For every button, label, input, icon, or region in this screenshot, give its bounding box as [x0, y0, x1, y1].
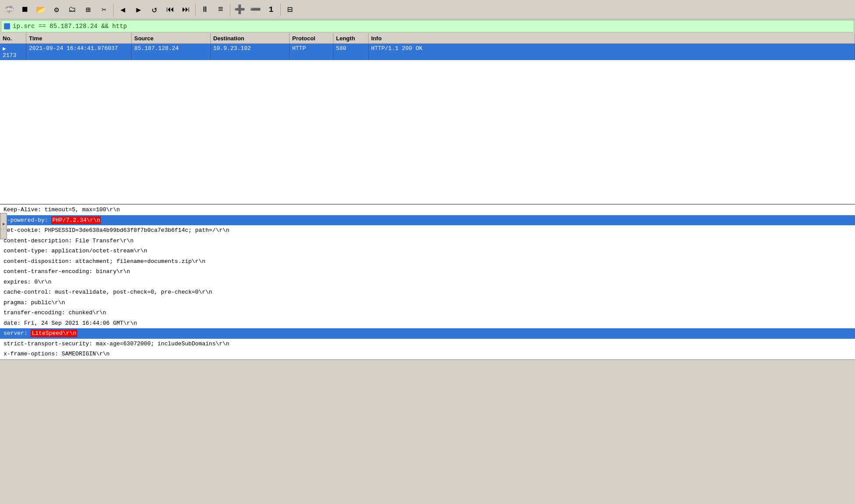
col-time: Time: [26, 33, 132, 43]
detail-line-transfer-encoding[interactable]: transfer-encoding: chunked\r\n: [0, 308, 855, 318]
table-icon[interactable]: ⊞: [81, 2, 96, 17]
toolbar-separator-1: [113, 4, 114, 16]
scissors-icon[interactable]: ✂: [97, 2, 111, 17]
folder-icon[interactable]: 🗂: [65, 2, 80, 17]
main-content: No. Time Source Destination Protocol Len…: [0, 33, 855, 359]
detail-line-xframe[interactable]: x-frame-options: SAMEORIGIN\r\n: [0, 349, 855, 359]
col-source: Source: [132, 33, 211, 43]
logo-icon[interactable]: 🦈: [2, 2, 17, 17]
cell-info: HTTP/1.1 200 OK: [368, 44, 855, 60]
forward-icon[interactable]: ▶: [131, 2, 146, 17]
col-length: Length: [333, 33, 368, 43]
detail-line-content-disp[interactable]: content-disposition: attachment; filenam…: [0, 256, 855, 267]
status-bar: [0, 359, 855, 370]
table-row[interactable]: ▶ 2173 2021-09-24 16:44:41.976037 85.187…: [0, 44, 855, 60]
cell-no: ▶ 2173: [0, 44, 26, 60]
filter-bar: ip.src == 85.187.128.24 && http: [1, 20, 854, 32]
minus-icon[interactable]: ➖: [248, 2, 263, 17]
packet-list-header: No. Time Source Destination Protocol Len…: [0, 33, 855, 44]
first-icon[interactable]: ⏮: [163, 2, 178, 17]
toolbar: 🦈 ⏹ 📂 ⚙ 🗂 ⊞ ✂ ◀ ▶ ↺ ⏮ ⏭ ⏸ ≡ ➕ ➖ 1 ⊟: [0, 0, 855, 19]
detail-line-date[interactable]: date: Fri, 24 Sep 2021 16:44:06 GMT\r\n: [0, 318, 855, 329]
col-no: No.: [0, 33, 26, 43]
cell-protocol: HTTP: [290, 44, 333, 60]
xpoweredby-value: PHP/7.2.34\r\n: [51, 217, 101, 224]
open-file-icon[interactable]: 📂: [33, 2, 48, 17]
detail-line-keepalive[interactable]: Keep-Alive: timeout=5, max=100\r\n: [0, 205, 855, 215]
handle-dots: ···: [0, 227, 7, 231]
row-indicator: ▶: [3, 46, 6, 52]
detail-line-xpoweredby[interactable]: x-powered-by: PHP/7.2.34\r\n: [0, 215, 855, 226]
cell-time: 2021-09-24 16:44:41.976037: [26, 44, 132, 60]
col-protocol: Protocol: [290, 33, 333, 43]
side-panel-handle[interactable]: ▶ ···: [0, 213, 7, 239]
detail-line-cache-control[interactable]: cache-control: must-revalidate, post-che…: [0, 287, 855, 298]
last-icon[interactable]: ⏭: [179, 2, 193, 17]
one-icon[interactable]: 1: [264, 2, 279, 17]
toolbar-separator-4: [280, 4, 281, 16]
detail-line-server[interactable]: server: LiteSpeed\r\n: [0, 328, 855, 339]
detail-panel: Keep-Alive: timeout=5, max=100\r\n x-pow…: [0, 205, 855, 359]
detail-line-content-desc[interactable]: content-description: File Transfer\r\n: [0, 236, 855, 246]
stop-icon[interactable]: ⏹: [18, 2, 32, 17]
detail-line-pragma[interactable]: pragma: public\r\n: [0, 298, 855, 308]
settings-icon[interactable]: ⚙: [49, 2, 64, 17]
toolbar-separator-2: [195, 4, 196, 16]
filter-indicator: [4, 23, 10, 29]
cell-destination: 10.9.23.102: [211, 44, 290, 60]
cell-length: 580: [333, 44, 368, 60]
cell-source: 85.187.128.24: [132, 44, 211, 60]
handle-icon: ▶: [1, 221, 6, 226]
detail-line-sts[interactable]: strict-transport-security: max-age=63072…: [0, 339, 855, 349]
col-info: Info: [368, 33, 855, 43]
server-value: LiteSpeed\r\n: [31, 330, 77, 337]
back-icon[interactable]: ◀: [115, 2, 130, 17]
colorize-icon[interactable]: ≡: [213, 2, 228, 17]
grid-icon[interactable]: ⊟: [283, 2, 297, 17]
detail-line-expires[interactable]: expires: 0\r\n: [0, 277, 855, 287]
toolbar-separator-3: [230, 4, 230, 16]
packet-list-empty-area: [0, 60, 855, 205]
detail-line-content-type[interactable]: content-type: application/octet-stream\r…: [0, 246, 855, 256]
detail-line-setcookie[interactable]: set-cookie: PHPSESSID=3de638a4b99bd63f8f…: [0, 225, 855, 236]
plus-icon[interactable]: ➕: [232, 2, 247, 17]
stop2-icon[interactable]: ⏸: [197, 2, 212, 17]
refresh-icon[interactable]: ↺: [147, 2, 162, 17]
col-destination: Destination: [211, 33, 290, 43]
filter-text[interactable]: ip.src == 85.187.128.24 && http: [13, 23, 127, 30]
detail-line-content-transfer[interactable]: content-transfer-encoding: binary\r\n: [0, 266, 855, 277]
